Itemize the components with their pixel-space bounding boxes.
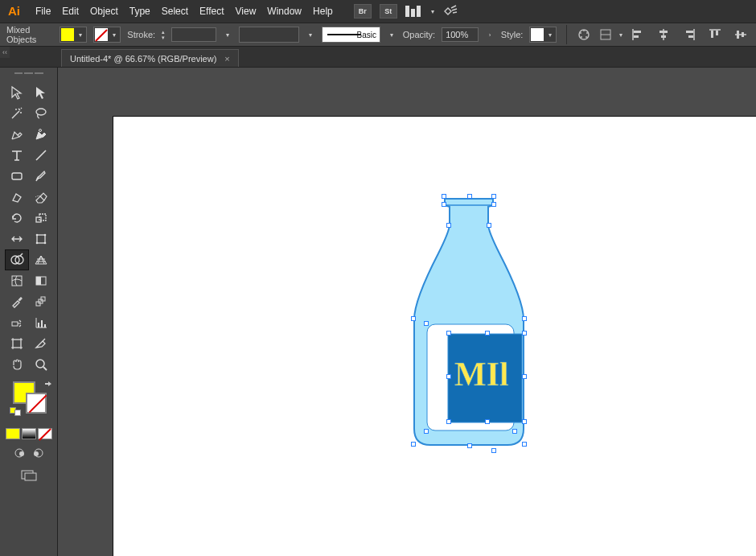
gradient-tool[interactable] [29,270,53,291]
menu-effect[interactable]: Effect [199,6,224,17]
opacity-dropdown-icon[interactable]: › [485,27,495,42]
mesh-tool[interactable] [5,270,29,291]
arrange-dropdown-icon[interactable]: ▾ [431,8,434,15]
menu-view[interactable]: View [236,6,257,17]
opacity-input[interactable] [442,27,479,42]
graphic-style-dropdown[interactable]: ▾ [529,27,557,43]
arrow-down-icon[interactable]: ▾ [162,35,165,40]
color-mode-none-icon[interactable] [38,428,52,439]
fill-color-dropdown[interactable]: ▾ [60,27,87,43]
draw-behind-icon[interactable] [31,447,44,460]
align-left-icon[interactable] [629,26,647,43]
selection-handle[interactable] [446,374,451,379]
menu-file[interactable]: File [35,6,51,17]
selection-handle[interactable] [424,321,429,326]
eyedropper-tool[interactable] [5,291,29,312]
column-graph-tool[interactable] [29,312,53,333]
pen-tool[interactable] [5,124,29,145]
direct-selection-tool[interactable] [29,82,53,103]
selection-handle[interactable] [522,316,527,321]
selection-handle[interactable] [485,419,490,424]
selection-handle[interactable] [467,443,472,448]
rotate-tool[interactable] [5,208,29,229]
draw-normal-icon[interactable] [14,447,27,460]
align-panel-icon[interactable] [598,26,613,43]
slice-tool[interactable] [29,333,53,354]
selection-handle[interactable] [522,419,527,424]
selection-handle[interactable] [522,374,527,379]
arrange-documents-icon[interactable] [405,6,423,17]
selection-handle[interactable] [446,419,451,424]
menu-edit[interactable]: Edit [62,6,79,17]
color-mode-gradient-icon[interactable] [22,428,36,439]
gpu-preview-icon[interactable] [442,3,458,19]
artboard-tool[interactable] [5,333,29,354]
symbol-sprayer-tool[interactable] [5,312,29,333]
stroke-width-dropdown-icon[interactable]: ▾ [223,27,232,42]
selection-handle[interactable] [491,448,496,453]
selection-handle[interactable] [446,223,451,228]
swap-fill-stroke-icon[interactable] [43,380,55,391]
color-mode-color-icon[interactable] [6,428,20,439]
menu-select[interactable]: Select [162,6,188,17]
collapse-dock-icon[interactable]: ‹‹ [0,47,10,58]
menu-help[interactable]: Help [313,6,333,17]
scale-tool[interactable] [29,208,53,229]
selection-handle[interactable] [491,194,496,199]
width-tool[interactable] [5,229,29,249]
zoom-tool[interactable] [29,354,53,375]
stroke-width-stepper[interactable]: ▴ ▾ [162,27,165,42]
panel-drag-handle-icon[interactable] [14,72,43,77]
selection-handle[interactable] [485,331,490,336]
variable-width-profile-dropdown[interactable] [239,27,300,43]
screen-mode-icon[interactable] [21,470,37,483]
selection-handle[interactable] [522,331,527,336]
selection-handle[interactable] [411,316,416,321]
selection-handle[interactable] [442,202,446,207]
stock-launch-icon[interactable]: St [380,4,397,19]
fill-stroke-control[interactable] [11,381,47,414]
shaper-tool[interactable] [5,187,29,208]
curvature-tool[interactable] [29,124,53,145]
selection-handle[interactable] [487,223,491,228]
artboard[interactable]: MIl [113,116,756,556]
chevron-down-icon[interactable]: ▾ [387,27,396,42]
line-segment-tool[interactable] [29,145,53,166]
hand-tool[interactable] [5,354,29,375]
selection-handle[interactable] [467,194,472,199]
recolor-artwork-icon[interactable] [577,26,591,43]
type-tool[interactable] [5,145,29,166]
selection-handle[interactable] [491,202,496,207]
align-top-icon[interactable] [706,26,724,43]
selection-tool[interactable] [5,82,29,103]
align-dropdown-icon[interactable]: ▾ [619,31,622,39]
align-vcenter-icon[interactable] [732,26,750,43]
eraser-tool[interactable] [29,187,53,208]
chevron-down-icon[interactable]: ▾ [306,27,315,42]
menu-window[interactable]: Window [267,6,302,17]
menu-object[interactable]: Object [90,6,118,17]
canvas-area[interactable]: MIl [58,68,756,556]
free-transform-tool[interactable] [29,229,53,249]
arrow-up-icon[interactable]: ▴ [162,29,165,35]
lasso-tool[interactable] [29,103,53,124]
stroke-width-input[interactable] [171,27,216,42]
align-right-icon[interactable] [680,26,698,43]
shape-builder-tool[interactable] [5,249,29,270]
selection-handle[interactable] [411,442,416,447]
rectangle-tool[interactable] [5,166,29,187]
magic-wand-tool[interactable] [5,103,29,124]
stroke-color-dropdown[interactable]: ▾ [93,27,121,43]
selection-handle[interactable] [442,194,446,199]
close-tab-icon[interactable]: × [224,54,229,64]
paintbrush-tool[interactable] [29,166,53,187]
menu-type[interactable]: Type [129,6,150,17]
selection-handle[interactable] [522,442,527,447]
bridge-launch-icon[interactable]: Br [354,4,372,19]
perspective-grid-tool[interactable] [29,249,53,270]
default-fill-stroke-icon[interactable] [10,407,21,418]
align-hcenter-icon[interactable] [655,26,672,43]
selection-handle[interactable] [424,429,429,434]
brush-definition-dropdown[interactable]: Basic [322,27,380,43]
document-tab[interactable]: Untitled-4* @ 66.67% (RGB/Preview) × [61,49,239,67]
